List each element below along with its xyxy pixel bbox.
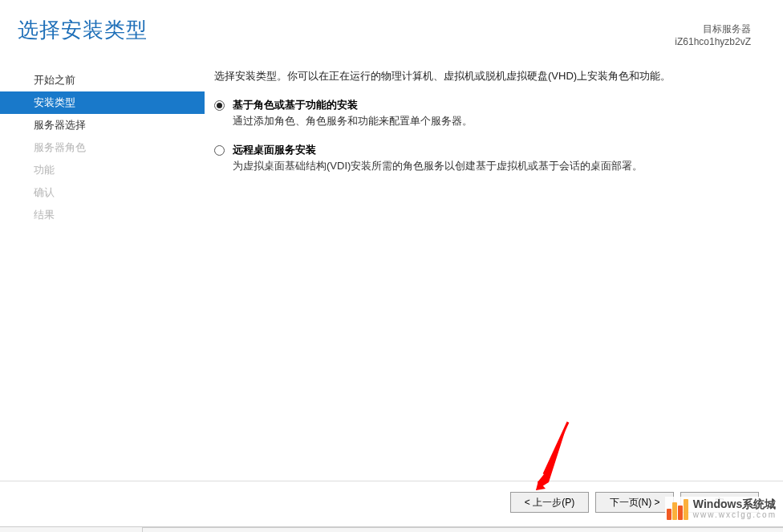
target-server-info: 目标服务器 iZ61hco1hyzb2vZ: [675, 22, 751, 48]
sidebar-item-confirm: 确认: [0, 181, 205, 204]
sidebar-item-server-roles: 服务器角色: [0, 136, 205, 159]
sidebar-item-results: 结果: [0, 204, 205, 226]
radio-remote-desktop[interactable]: [214, 145, 225, 156]
svg-marker-2: [536, 481, 546, 490]
option-remote-desktop-title: 远程桌面服务安装: [233, 143, 751, 157]
option-role-based-desc: 通过添加角色、角色服务和功能来配置单个服务器。: [233, 114, 751, 128]
option-remote-desktop-text: 远程桌面服务安装 为虚拟桌面基础结构(VDI)安装所需的角色服务以创建基于虚拟机…: [233, 143, 751, 173]
wizard-window: 选择安装类型 目标服务器 iZ61hco1hyzb2vZ 开始之前 安装类型 服…: [0, 0, 783, 532]
watermark-title: Windows系统城: [693, 498, 777, 510]
intro-text: 选择安装类型。你可以在正在运行的物理计算机、虚拟机或脱机虚拟硬盘(VHD)上安装…: [214, 69, 751, 83]
watermark-logo-icon: [667, 499, 688, 520]
target-server-name: iZ61hco1hyzb2vZ: [675, 35, 751, 48]
wizard-steps-sidebar: 开始之前 安装类型 服务器选择 服务器角色 功能 确认 结果: [0, 66, 205, 476]
next-button[interactable]: 下一页(N) >: [595, 492, 674, 513]
content-row: 开始之前 安装类型 服务器选择 服务器角色 功能 确认 结果 选择安装类型。你可…: [0, 66, 783, 476]
option-role-based[interactable]: 基于角色或基于功能的安装 通过添加角色、角色服务和功能来配置单个服务器。: [214, 98, 751, 128]
sidebar-item-before-begin[interactable]: 开始之前: [0, 69, 205, 91]
header: 选择安装类型 目标服务器 iZ61hco1hyzb2vZ: [0, 0, 783, 64]
sidebar-item-features: 功能: [0, 159, 205, 181]
radio-role-based[interactable]: [214, 100, 225, 111]
watermark-url: www.wxclgg.com: [693, 510, 777, 521]
page-title: 选择安装类型: [18, 16, 148, 44]
bottom-bar: [0, 526, 783, 532]
option-remote-desktop-desc: 为虚拟桌面基础结构(VDI)安装所需的角色服务以创建基于虚拟机或基于会话的桌面部…: [233, 159, 751, 173]
option-role-based-text: 基于角色或基于功能的安装 通过添加角色、角色服务和功能来配置单个服务器。: [233, 98, 751, 128]
previous-button[interactable]: < 上一步(P): [510, 492, 589, 513]
target-server-label: 目标服务器: [675, 22, 751, 35]
option-remote-desktop[interactable]: 远程桌面服务安装 为虚拟桌面基础结构(VDI)安装所需的角色服务以创建基于虚拟机…: [214, 143, 751, 173]
watermark: Windows系统城 www.wxclgg.com: [665, 497, 778, 522]
footer-separator: [0, 481, 783, 481]
main-content: 选择安装类型。你可以在正在运行的物理计算机、虚拟机或脱机虚拟硬盘(VHD)上安装…: [205, 66, 783, 476]
watermark-text: Windows系统城 www.wxclgg.com: [693, 498, 777, 521]
sidebar-item-install-type[interactable]: 安装类型: [0, 91, 205, 114]
sidebar-item-server-select[interactable]: 服务器选择: [0, 114, 205, 136]
option-role-based-title: 基于角色或基于功能的安装: [233, 98, 751, 112]
